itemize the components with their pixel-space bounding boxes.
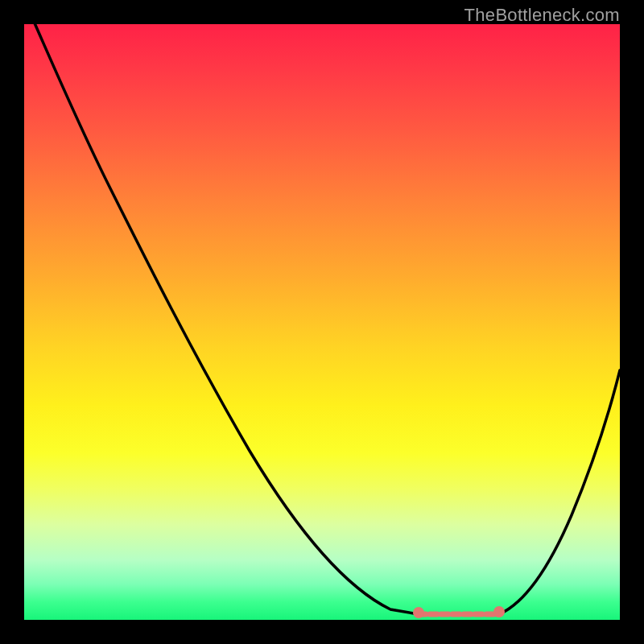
plot-area: [24, 24, 620, 620]
optimal-start-marker: [413, 607, 424, 618]
optimal-end-marker: [493, 606, 505, 617]
chart-container: TheBottleneck.com: [0, 0, 644, 644]
bottleneck-curve: [24, 24, 620, 620]
curve-left-branch: [32, 18, 419, 614]
watermark-text: TheBottleneck.com: [464, 5, 620, 26]
curve-right-branch: [499, 370, 620, 614]
